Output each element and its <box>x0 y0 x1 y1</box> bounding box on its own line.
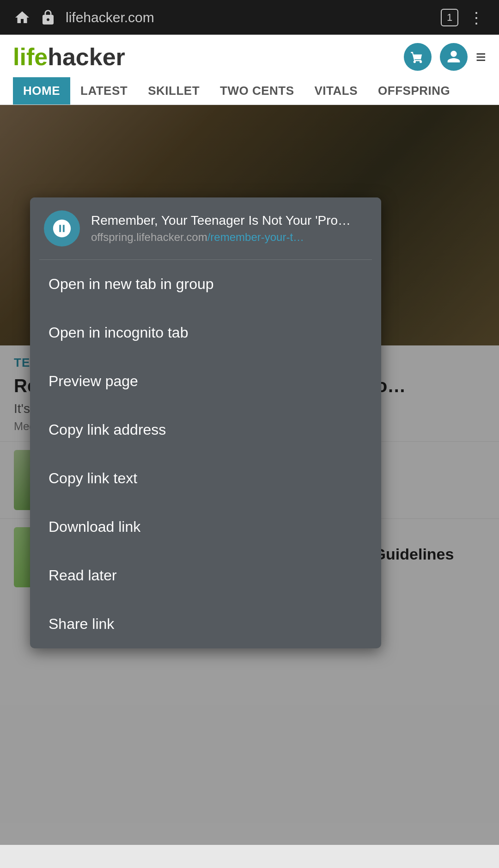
cart-button[interactable] <box>404 43 432 71</box>
site-header: lifehacker ≡ HOME LATEST SKILLET TWO CEN… <box>0 35 499 105</box>
menu-item-preview-page[interactable]: Preview page <box>30 357 381 406</box>
menu-favicon-icon <box>51 218 73 239</box>
context-menu: Remember, Your Teenager Is Not Your 'Pro… <box>30 197 381 648</box>
nav-bar: HOME LATEST SKILLET TWO CENTS VITALS OFF… <box>13 77 486 105</box>
nav-two-cents[interactable]: TWO CENTS <box>210 77 304 105</box>
menu-item-copy-link-address[interactable]: Copy link address <box>30 406 381 454</box>
menu-favicon <box>44 210 80 246</box>
nav-home[interactable]: HOME <box>13 77 70 105</box>
menu-page-url: offspring.lifehacker.com/remember-your-t… <box>91 231 367 244</box>
menu-item-download-link[interactable]: Download link <box>30 503 381 551</box>
site-logo[interactable]: lifehacker <box>13 43 125 71</box>
menu-url-area: Remember, Your Teenager Is Not Your 'Pro… <box>91 213 367 244</box>
logo-life: life <box>13 43 48 70</box>
logo-hacker: hacker <box>48 43 125 70</box>
nav-latest[interactable]: LATEST <box>70 77 138 105</box>
user-icon <box>446 49 461 64</box>
nav-vitals[interactable]: VITALS <box>304 77 368 105</box>
context-menu-header: Remember, Your Teenager Is Not Your 'Pro… <box>30 197 381 259</box>
page-content: TEEN Remember, Your Teenager Is Not Your… <box>0 105 499 845</box>
menu-item-read-later[interactable]: Read later <box>30 551 381 600</box>
lock-icon <box>40 9 56 26</box>
nav-offspring[interactable]: OFFSPRING <box>368 77 460 105</box>
menu-url-path: /remember-your-t… <box>207 231 304 243</box>
menu-url-host: offspring.lifehacker.com <box>91 231 207 243</box>
menu-page-title: Remember, Your Teenager Is Not Your 'Pro… <box>91 213 367 228</box>
status-bar: lifehacker.com 1 ⋮ <box>0 0 499 35</box>
url-display[interactable]: lifehacker.com <box>66 10 154 25</box>
cart-icon <box>410 49 425 64</box>
menu-item-share-link[interactable]: Share link <box>30 600 381 648</box>
tab-count[interactable]: 1 <box>441 9 458 26</box>
menu-item-copy-link-text[interactable]: Copy link text <box>30 454 381 503</box>
nav-skillet[interactable]: SKILLET <box>138 77 210 105</box>
user-button[interactable] <box>440 43 468 71</box>
menu-item-open-incognito[interactable]: Open in incognito tab <box>30 308 381 357</box>
more-options-icon[interactable]: ⋮ <box>469 8 485 27</box>
hamburger-icon[interactable]: ≡ <box>476 48 486 66</box>
home-icon[interactable] <box>14 9 30 26</box>
menu-item-open-new-tab-group[interactable]: Open in new tab in group <box>30 260 381 308</box>
